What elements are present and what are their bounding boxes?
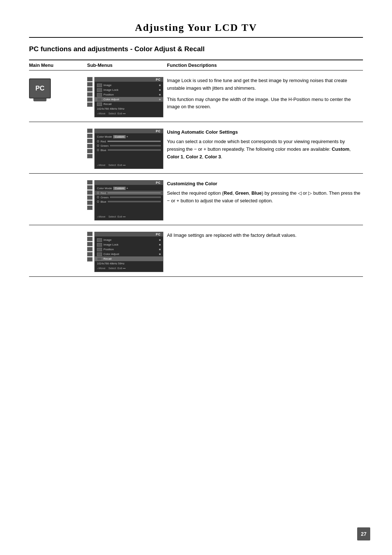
color-label-green: Green <box>101 144 109 147</box>
osd-label: Recall <box>103 102 161 106</box>
pc-icon-1: PC <box>29 78 51 98</box>
header-main-menu: Main Menu <box>29 62 87 68</box>
side-icon <box>87 252 93 256</box>
plus-badge: + <box>126 135 128 138</box>
col-function-2: Using Automatic Color Settings You can s… <box>167 129 363 165</box>
side-icon <box>87 185 93 190</box>
osd-color-header: Color Mode Custom + <box>95 186 163 191</box>
osd-value: ■ <box>159 93 161 96</box>
function-heading: Using Automatic Color Settings <box>167 129 363 136</box>
circle-icon <box>97 140 99 142</box>
col-function-3: Customizing the Color Select the require… <box>167 180 363 208</box>
osd-row-highlighted: Recall <box>95 256 163 261</box>
osd-label: 1024x768 48kHz 59Hz <box>97 262 161 265</box>
osd-wrapper-4: PC Image ■ Image Lock ■ Position ■ <box>87 232 163 272</box>
color-label-red: Red <box>101 140 106 143</box>
side-icon <box>87 92 93 97</box>
osd-icon <box>97 93 102 97</box>
osd-label: Position <box>103 93 159 96</box>
color-label-red: Red <box>101 191 106 195</box>
side-icon <box>87 247 93 251</box>
osd-value: ■ <box>159 248 161 251</box>
circle-icon <box>97 145 99 147</box>
table-row: PC PC Image ■ Image Lock <box>29 70 363 122</box>
osd-screen-3: PC Color Mode Custom + Red Green <box>94 180 163 220</box>
osd-wrapper-1: PC Image ■ Image Lock ■ Position ■ <box>87 77 163 117</box>
osd-label: Image <box>103 238 159 242</box>
side-icon <box>87 102 93 107</box>
osd-row-highlighted: Color Adjust ■ <box>95 97 163 102</box>
circle-icon <box>97 192 99 194</box>
osd-color-row: Red <box>95 139 163 143</box>
osd-value: ■ <box>159 84 161 87</box>
function-para: You can select a color mode which best c… <box>167 138 363 161</box>
side-icons-2 <box>87 129 93 158</box>
osd-titlebar: PC <box>95 232 163 236</box>
osd-value: ■ <box>159 98 161 101</box>
osd-color-row: Green <box>95 195 163 199</box>
osd-row: Image Lock ■ <box>95 88 163 92</box>
side-icon <box>87 237 93 241</box>
side-icon <box>87 242 93 246</box>
table-row: PC Image ■ Image Lock ■ Position ■ <box>29 225 363 277</box>
function-para: This function may change the width of th… <box>167 96 363 111</box>
osd-footer: ⬦Move Select Exit ▪▪▪ <box>95 111 163 116</box>
col-sub-menu-2: PC Color Mode Custom + Red Green <box>87 129 167 169</box>
section-title: PC functions and adjustments - Color Adj… <box>29 45 363 53</box>
function-para: All Image settings are replaced with the… <box>167 232 363 239</box>
function-heading-2: Customizing the Color <box>167 180 363 187</box>
side-icon <box>87 129 93 133</box>
osd-row: Image ■ <box>95 238 163 242</box>
circle-icon <box>97 200 99 203</box>
page-title: Adjusting Your LCD TV <box>29 22 363 33</box>
color-mode-label: Color Mode <box>97 187 112 190</box>
osd-color-row: Green <box>95 143 163 148</box>
osd-footer: ⬦Move Select Exit ▪▪▪ <box>95 214 163 219</box>
col-main-menu-2 <box>29 129 87 130</box>
osd-wrapper-3: PC Color Mode Custom + Red Green <box>87 180 163 220</box>
col-main-menu-4 <box>29 232 87 233</box>
side-icon <box>87 134 93 138</box>
osd-value: ■ <box>159 238 161 242</box>
osd-footer: ⬦Move Select Exit ▪▪▪ <box>95 266 163 270</box>
osd-label: Recall <box>103 257 161 260</box>
side-icon <box>87 206 93 210</box>
side-icon <box>87 154 93 158</box>
osd-icon <box>97 248 102 251</box>
col-sub-menu-1: PC Image ■ Image Lock ■ Position ■ <box>87 77 167 117</box>
side-icon <box>87 200 93 205</box>
osd-row: Position ■ <box>95 92 163 97</box>
osd-value: ■ <box>159 88 161 92</box>
side-icon <box>87 87 93 92</box>
table-row: PC Color Mode Custom + Red Green <box>29 174 363 225</box>
osd-icon <box>97 257 102 261</box>
side-icon <box>87 149 93 153</box>
color-bar-blue <box>108 149 161 151</box>
side-icon <box>87 195 93 200</box>
col-function-4: All Image settings are replaced with the… <box>167 232 363 243</box>
osd-row: Position ■ <box>95 247 163 252</box>
col-sub-menu-3: PC Color Mode Custom + Red Green <box>87 180 167 220</box>
side-icon <box>87 180 93 185</box>
plus-badge: + <box>126 187 128 190</box>
osd-screen-1: PC Image ■ Image Lock ■ Position ■ <box>94 77 163 117</box>
osd-icon <box>97 243 102 247</box>
side-icon <box>87 190 93 195</box>
osd-screen-2: PC Color Mode Custom + Red Green <box>94 129 163 169</box>
osd-titlebar: PC <box>95 181 163 185</box>
osd-icon <box>97 238 102 242</box>
color-label-green: Green <box>101 196 109 199</box>
osd-label: Image Lock <box>103 88 159 92</box>
osd-row: 1024x768 48kHz 59Hz <box>95 106 163 111</box>
side-icons-1 <box>87 77 93 107</box>
color-mode-label: Color Mode <box>97 135 112 138</box>
osd-icon <box>97 88 102 92</box>
osd-icon <box>97 102 102 106</box>
osd-color-row-red: Red <box>95 191 163 195</box>
color-bar-green <box>110 197 161 198</box>
color-bar-blue <box>108 201 161 202</box>
side-icon <box>87 82 93 86</box>
osd-label: Image Lock <box>103 243 159 246</box>
osd-titlebar: PC <box>95 129 163 133</box>
osd-color-row: Blue <box>95 199 163 204</box>
